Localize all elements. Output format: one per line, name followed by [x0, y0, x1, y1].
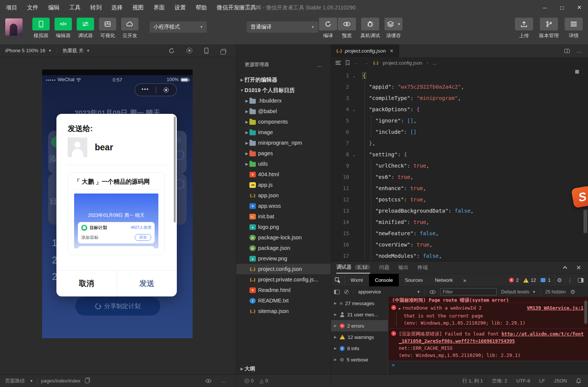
- preview-button[interactable]: 预览: [338, 18, 356, 39]
- gear-icon[interactable]: ⚙: [557, 277, 562, 284]
- file-logo.png[interactable]: ▲logo.png: [236, 222, 331, 232]
- toggle-debugger[interactable]: 调试器: [77, 18, 94, 39]
- page-path-select[interactable]: 页面路径▼: [5, 378, 33, 384]
- eye-icon[interactable]: [205, 379, 211, 383]
- eol[interactable]: LF: [539, 378, 545, 384]
- breadcrumb-more[interactable]: ...: [433, 60, 437, 66]
- phone-frame-icon[interactable]: [204, 48, 208, 54]
- maximize-button[interactable]: □: [553, 0, 571, 15]
- folder-components[interactable]: ▶components: [236, 116, 331, 127]
- file-package.json[interactable]: jspackage.json: [236, 243, 331, 253]
- folder-@babel[interactable]: ▶@babel: [236, 106, 331, 116]
- indentation[interactable]: 空格: 2: [492, 378, 507, 384]
- close-tab-icon[interactable]: ✕: [390, 48, 394, 54]
- menu-文件[interactable]: 文件: [27, 4, 38, 11]
- console-filter-verbose[interactable]: ▶⚙5 verbose: [331, 354, 388, 365]
- devtools-tab-network[interactable]: Network: [429, 274, 459, 286]
- breadcrumb-file[interactable]: project.config.json: [383, 60, 422, 66]
- file-Readme.html[interactable]: 5Readme.html: [236, 285, 331, 295]
- menu-界面[interactable]: 界面: [153, 4, 165, 11]
- phone-screen[interactable]: ●●●●● WeChat 0:57 100% •••: [42, 70, 193, 338]
- language-mode[interactable]: JSON: [554, 378, 567, 384]
- stop-icon[interactable]: [187, 48, 192, 53]
- kebab-menu-icon[interactable]: ⋮: [567, 277, 573, 283]
- file-404.html[interactable]: 5404.html: [236, 169, 331, 180]
- clear-cache-button[interactable]: ▾ 清缓存: [384, 18, 403, 39]
- inspect-element-icon[interactable]: [331, 274, 345, 286]
- folder-image[interactable]: ▶image: [236, 127, 331, 138]
- folder-utils[interactable]: ▶utils: [236, 159, 331, 169]
- fold-chevron-icon[interactable]: ⌄: [349, 74, 359, 78]
- filter-input[interactable]: [440, 288, 497, 295]
- restart-icon[interactable]: [169, 48, 175, 54]
- console-filter-warning[interactable]: ▶12 warnings: [331, 331, 388, 343]
- close-panel-icon[interactable]: ✕: [576, 264, 581, 271]
- bell-icon[interactable]: [576, 378, 581, 384]
- menu-设置[interactable]: 设置: [175, 4, 186, 11]
- menu-编辑[interactable]: 编辑: [48, 4, 59, 11]
- details-button[interactable]: 详情: [565, 18, 583, 39]
- file-app.js[interactable]: JSapp.js: [236, 180, 331, 190]
- editor-scrollbar[interactable]: [583, 210, 587, 233]
- fold-chevron-icon[interactable]: ⌄: [349, 107, 359, 112]
- menu-视图[interactable]: 视图: [132, 4, 144, 11]
- console-scrollbar[interactable]: [584, 301, 587, 324]
- code-editor[interactable]: 1⌄{2 "appid": "wx75c2922fb0a2a4c2",3 "co…: [331, 68, 588, 261]
- outline-icon[interactable]: [336, 61, 341, 65]
- encoding[interactable]: UTF-8: [516, 378, 530, 384]
- hot-reload-select[interactable]: 热重载 关▼: [62, 47, 90, 54]
- multi-window-icon[interactable]: [222, 49, 226, 53]
- menu-转到[interactable]: 转到: [90, 4, 102, 11]
- exit-button[interactable]: [156, 88, 177, 92]
- panel-tab-问题[interactable]: 问题: [379, 262, 389, 274]
- console-error-message[interactable]: ✕ [渲染层网络层错误] Failed to load font http://…: [388, 328, 588, 361]
- menu-工具[interactable]: 工具: [69, 4, 81, 11]
- show-sidebar-icon[interactable]: [334, 290, 340, 294]
- back-icon[interactable]: ←: [354, 60, 359, 66]
- console-filter-list[interactable]: ▶≡27 messages: [331, 298, 388, 309]
- file-sitemap.json[interactable]: {..}sitemap.json: [236, 306, 331, 316]
- version-control-button[interactable]: 版本管理: [539, 18, 559, 39]
- file-init.bat[interactable]: >_init.bat: [236, 211, 331, 222]
- editor-tab[interactable]: project.config.json ✕: [331, 44, 399, 57]
- devtools-tab-sources[interactable]: Sources: [399, 274, 429, 286]
- devtools-tab-console[interactable]: Console: [369, 274, 399, 286]
- close-button[interactable]: ✕: [571, 0, 588, 15]
- cursor-position[interactable]: 行 1, 列 1: [462, 378, 483, 384]
- upload-button[interactable]: 上传: [515, 18, 533, 39]
- mode-select[interactable]: 小程序模式▼: [150, 21, 207, 33]
- screenshot-tool-badge[interactable]: S: [571, 186, 588, 208]
- dialog-scrollbar[interactable]: [174, 116, 176, 222]
- folder-miniprogram_npm[interactable]: ▶miniprogram_npm: [236, 138, 331, 148]
- eye-icon[interactable]: [430, 290, 436, 294]
- fold-chevron-icon[interactable]: ⌄: [349, 153, 359, 157]
- devtools-tab-wxml[interactable]: Wxml: [345, 274, 369, 286]
- more-tabs-icon[interactable]: »: [459, 274, 471, 286]
- file-app.json[interactable]: {..}app.json: [236, 190, 331, 201]
- device-select[interactable]: iPhone 5 100% 16▼: [5, 48, 52, 53]
- menu-帮助[interactable]: 帮助: [196, 4, 207, 11]
- toggle-simulator[interactable]: 模拟器: [32, 18, 50, 39]
- dock-side-icon[interactable]: [578, 278, 583, 283]
- clear-console-icon[interactable]: [344, 290, 349, 294]
- panel-tab-输出[interactable]: 输出: [398, 262, 409, 274]
- more-icon[interactable]: …: [221, 378, 226, 384]
- menu-项目[interactable]: 项目: [6, 4, 17, 11]
- more-icon[interactable]: …: [317, 62, 322, 68]
- problems-warnings[interactable]: △0: [260, 378, 268, 384]
- folder-.hbuilderx[interactable]: ▶.hbuilderx: [236, 95, 331, 106]
- panel-tab-调试器[interactable]: 调试器2, 12: [336, 262, 370, 274]
- forward-icon[interactable]: →: [364, 60, 369, 66]
- cancel-button[interactable]: 取消: [56, 271, 117, 296]
- user-avatar[interactable]: [5, 18, 23, 36]
- outline-section[interactable]: ▶ 大纲: [236, 363, 331, 374]
- gear-icon[interactable]: ⚙: [570, 289, 575, 295]
- menu-微信开发者工具[interactable]: 微信开发者工具: [217, 4, 256, 11]
- send-button[interactable]: 发送: [117, 271, 177, 296]
- panel-tab-终端[interactable]: 终端: [418, 262, 428, 274]
- console-error-message[interactable]: ✕ ▶routeDone with a webviewId 2 that is …: [388, 302, 588, 328]
- toggle-editor[interactable]: </> 编辑器: [55, 18, 72, 39]
- file-preview.png[interactable]: ▲preview.png: [236, 253, 331, 264]
- device-debug-button[interactable]: 真机调试: [360, 18, 380, 39]
- file-project.config.json[interactable]: {..}project.config.json: [236, 264, 331, 274]
